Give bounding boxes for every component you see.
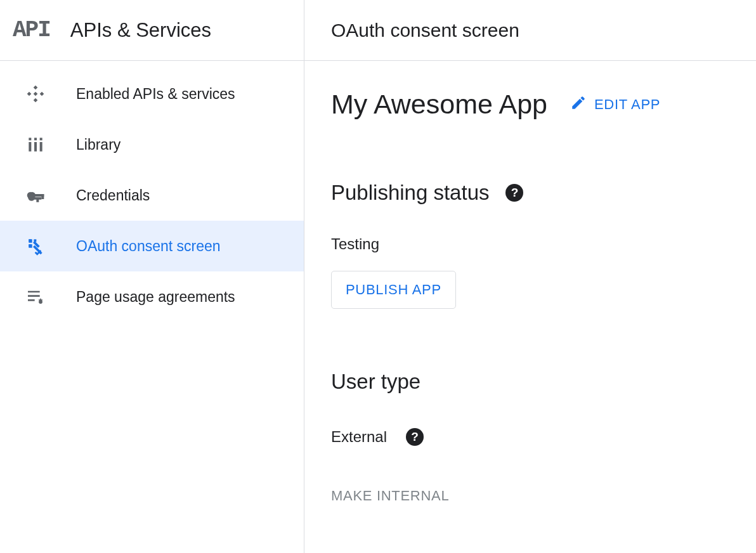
help-icon[interactable]: ? [406,428,424,446]
library-icon [25,134,46,155]
help-icon[interactable]: ? [505,184,523,202]
publishing-status-title: Publishing status [331,181,489,205]
svg-rect-4 [34,239,36,242]
user-type-value: External [331,428,387,446]
list-gear-icon [25,287,46,307]
svg-rect-5 [29,244,31,247]
sidebar-item-label: OAuth consent screen [76,238,221,255]
app-title-row: My Awesome App EDIT APP [331,89,729,120]
sidebar-item-oauth-consent[interactable]: OAuth consent screen [0,221,304,271]
user-type-value-row: External ? [331,428,729,446]
sidebar-title: APIs & Services [70,19,211,42]
edit-app-label: EDIT APP [594,96,660,113]
nav-list: Enabled APIs & services Library Credenti… [0,61,304,322]
sidebar-item-label: Credentials [76,187,150,204]
user-type-header: User type [331,370,729,394]
main: OAuth consent screen My Awesome App EDIT… [304,0,756,553]
svg-point-0 [27,192,34,199]
page-title: OAuth consent screen [331,20,519,41]
sidebar-item-label: Library [76,136,121,153]
publishing-status-value: Testing [331,235,729,253]
sidebar: API APIs & Services Enabled APIs & servi… [0,0,304,553]
svg-rect-3 [29,239,31,242]
user-type-title: User type [331,370,420,394]
svg-rect-2 [41,194,44,199]
publish-app-button[interactable]: PUBLISH APP [331,271,456,309]
sidebar-item-label: Page usage agreements [76,289,235,306]
sidebar-item-label: Enabled APIs & services [76,86,235,103]
publishing-status-header: Publishing status ? [331,181,729,205]
grid-diamond-icon [25,84,46,104]
consent-icon [25,236,46,256]
sidebar-item-page-usage[interactable]: Page usage agreements [0,271,304,322]
sidebar-header: API APIs & Services [0,0,304,61]
sidebar-item-credentials[interactable]: Credentials [0,170,304,221]
content: My Awesome App EDIT APP Publishing statu… [304,61,756,553]
main-header: OAuth consent screen [304,0,756,61]
sidebar-item-enabled-apis[interactable]: Enabled APIs & services [0,68,304,119]
key-icon [25,185,46,205]
pencil-icon [570,94,587,115]
sidebar-item-library[interactable]: Library [0,119,304,170]
make-internal-button[interactable]: MAKE INTERNAL [331,480,449,512]
api-logo: API [13,17,50,43]
edit-app-button[interactable]: EDIT APP [570,94,660,115]
app-name: My Awesome App [331,89,547,120]
